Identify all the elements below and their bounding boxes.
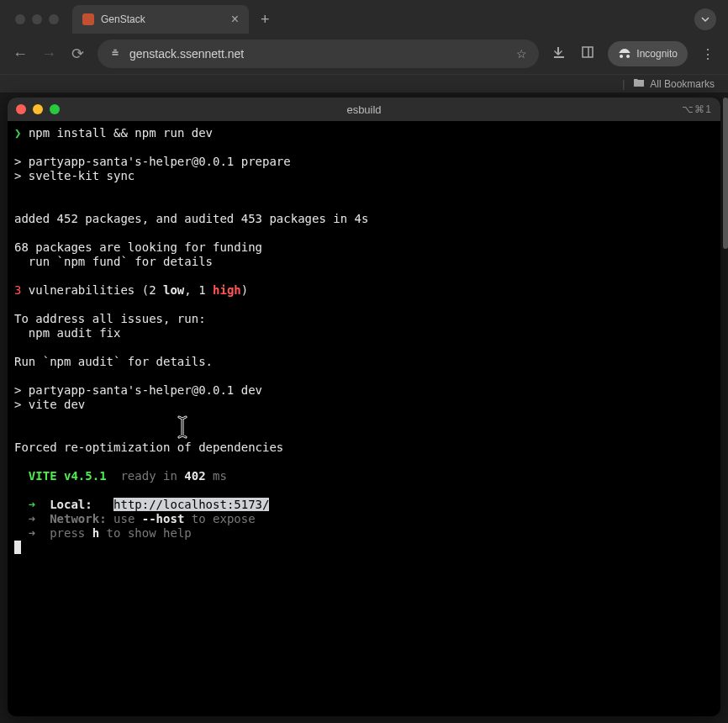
network-label: Network: <box>50 512 106 525</box>
window-traffic-lights <box>7 14 67 24</box>
toolbar: ← → ⟳ genstack.ssennett.net ☆ Incognito … <box>0 34 728 74</box>
local-url-selected[interactable]: http://localhost:5173/ <box>113 498 269 511</box>
term-minimize-icon[interactable] <box>33 104 43 114</box>
text-cursor-icon <box>160 401 191 442</box>
window-minimize-icon[interactable] <box>32 14 42 24</box>
terminal-cursor <box>14 541 21 554</box>
terminal-window: esbuild ⌥⌘1 ❯ npm install && npm run dev… <box>8 98 720 716</box>
terminal-title: esbuild <box>346 103 381 116</box>
output-text: ) <box>241 283 248 297</box>
output-line: > partyapp-santa's-helper@0.0.1 prepare <box>14 155 291 168</box>
url-text: genstack.ssennett.net <box>129 47 244 61</box>
divider: | <box>622 78 625 90</box>
output-line: added 452 packages, and audited 453 pack… <box>14 212 368 225</box>
host-flag: --host <box>142 512 185 525</box>
window-close-icon[interactable] <box>15 14 25 24</box>
site-settings-icon[interactable] <box>109 47 121 61</box>
output-text: ms <box>206 469 227 483</box>
svg-rect-0 <box>583 47 593 57</box>
browser-chrome: GenStack × + ← → ⟳ genstack.ssennett.net… <box>0 0 728 92</box>
incognito-label: Incognito <box>636 48 678 60</box>
output-line: > svelte-kit sync <box>14 169 135 182</box>
tab-strip: GenStack × + <box>0 0 728 34</box>
browser-tab[interactable]: GenStack × <box>72 5 249 34</box>
severity-high: high <box>213 283 241 297</box>
output-line: To address all issues, run: <box>14 312 206 325</box>
terminal-titlebar[interactable]: esbuild ⌥⌘1 <box>8 98 720 121</box>
prompt-glyph: ❯ <box>14 126 21 140</box>
output-text: use <box>107 512 142 525</box>
arrow-icon: ➜ <box>14 526 50 540</box>
incognito-icon <box>618 48 631 61</box>
reload-button[interactable]: ⟳ <box>69 45 86 63</box>
help-key: h <box>92 526 99 540</box>
ready-time: 402 <box>184 469 205 483</box>
incognito-chip[interactable]: Incognito <box>608 41 688 66</box>
output-text: to expose <box>184 512 255 525</box>
terminal-body[interactable]: ❯ npm install && npm run dev > partyapp-… <box>8 121 720 716</box>
output-line: run `npm fund` for details <box>14 255 213 268</box>
terminal-tab-shortcut: ⌥⌘1 <box>682 103 712 115</box>
bookmarks-bar: | All Bookmarks <box>0 74 728 92</box>
output-line: 68 packages are looking for funding <box>14 240 262 254</box>
output-text: vulnerabilities (2 <box>21 283 163 297</box>
severity-low: low <box>163 283 184 297</box>
new-tab-button[interactable]: + <box>254 11 277 29</box>
menu-icon[interactable]: ⋮ <box>699 46 716 62</box>
output-text: to show help <box>99 526 192 540</box>
chevron-down-icon[interactable] <box>694 8 716 30</box>
arrow-icon: ➜ <box>14 498 50 511</box>
bookmark-star-icon[interactable]: ☆ <box>516 47 527 61</box>
forward-button: → <box>40 45 57 63</box>
output-text: press <box>50 526 92 540</box>
scrollbar[interactable] <box>723 98 728 249</box>
output-text: ready in <box>107 469 185 483</box>
arrow-icon: ➜ <box>14 512 50 525</box>
window-zoom-icon[interactable] <box>49 14 59 24</box>
all-bookmarks-button[interactable]: All Bookmarks <box>650 78 715 90</box>
tab-title: GenStack <box>101 13 145 25</box>
url-bar[interactable]: genstack.ssennett.net ☆ <box>98 40 539 68</box>
output-line: npm audit fix <box>14 326 120 340</box>
output-line: Forced re-optimization of dependencies <box>14 441 283 454</box>
output-text: , 1 <box>184 283 213 297</box>
terminal-traffic-lights <box>16 104 60 114</box>
command-text: npm install && npm run dev <box>29 126 213 140</box>
vite-banner: VITE v4.5.1 <box>14 469 107 483</box>
output-line: Run `npm audit` for details. <box>14 355 213 368</box>
folder-icon <box>633 77 645 90</box>
tab-favicon-icon <box>82 13 94 25</box>
term-zoom-icon[interactable] <box>50 104 60 114</box>
output-line: > vite dev <box>14 398 85 411</box>
output-line: > partyapp-santa's-helper@0.0.1 dev <box>14 383 262 397</box>
download-icon[interactable] <box>551 45 567 62</box>
local-label: Local: <box>50 498 92 511</box>
close-icon[interactable]: × <box>231 12 239 27</box>
back-button[interactable]: ← <box>12 45 29 63</box>
term-close-icon[interactable] <box>16 104 26 114</box>
side-panel-icon[interactable] <box>579 45 596 62</box>
